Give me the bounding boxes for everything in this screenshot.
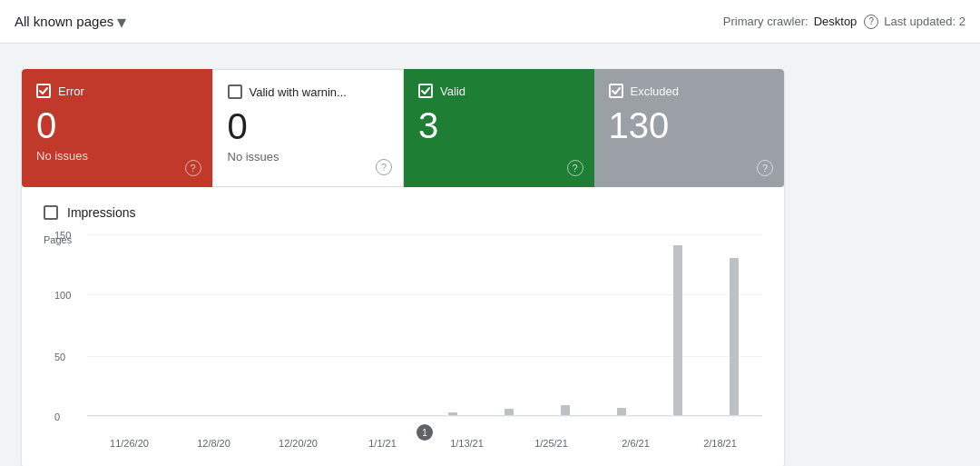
crawler-label: Primary crawler: <box>723 15 808 28</box>
valid-checkbox[interactable] <box>418 84 433 98</box>
x-axis-label: 2/18/21 <box>678 438 762 449</box>
bar-group <box>593 234 650 415</box>
grid-label: 50 <box>54 352 65 362</box>
main-content: Error 0 No issues ? Valid with warnin...… <box>0 44 980 466</box>
error-help-icon[interactable]: ? <box>185 160 201 176</box>
excluded-label: Excluded <box>631 84 679 98</box>
valid-card[interactable]: Valid 3 ? <box>404 69 594 187</box>
valid-label: Valid <box>440 84 466 98</box>
bar-group <box>537 234 593 415</box>
warning-card-header: Valid with warnin... <box>228 84 389 99</box>
bar-group <box>256 234 312 415</box>
error-card-header: Error <box>36 84 198 98</box>
x-axis-label: 12/20/20 <box>256 438 340 449</box>
valid-help-icon[interactable]: ? <box>567 160 583 176</box>
chart-area: Pages 1501005001 11/26/2012/8/2012/20/20… <box>44 234 762 452</box>
page-title: All known pages <box>15 14 113 29</box>
bar-group <box>481 234 537 415</box>
status-cards: Error 0 No issues ? Valid with warnin...… <box>22 69 784 187</box>
bar-group <box>650 234 706 415</box>
error-card[interactable]: Error 0 No issues ? <box>22 69 212 187</box>
valid-card-header: Valid <box>418 84 580 98</box>
warning-subtitle: No issues <box>228 150 389 164</box>
warning-label: Valid with warnin... <box>250 85 347 99</box>
chart-title: Impressions <box>67 205 135 220</box>
crawler-help-icon[interactable]: ? <box>864 15 878 29</box>
bar <box>730 258 739 415</box>
excluded-card-header: Excluded <box>609 84 770 98</box>
bar-group <box>312 234 368 415</box>
grid-label: 100 <box>54 290 71 301</box>
error-label: Error <box>58 84 84 98</box>
chart-section: Impressions Pages 1501005001 11/26/2012/… <box>22 187 784 466</box>
top-bar-right: Primary crawler: Desktop ? Last updated:… <box>723 15 965 29</box>
crawler-value: Desktop <box>814 15 858 28</box>
excluded-count: 130 <box>609 105 770 145</box>
x-axis-label: 1/1/21 <box>340 438 425 449</box>
bar-group <box>200 234 256 415</box>
chart-header: Impressions <box>44 205 762 220</box>
warning-card[interactable]: Valid with warnin... 0 No issues ? <box>212 69 405 187</box>
valid-count: 3 <box>418 105 580 145</box>
last-updated: Last updated: 2 <box>884 15 965 28</box>
x-axis-label: 12/8/20 <box>172 438 256 449</box>
excluded-checkbox[interactable] <box>609 84 623 98</box>
dashboard-card: Error 0 No issues ? Valid with warnin...… <box>22 69 784 466</box>
bar-group <box>368 234 425 415</box>
grid-label: 150 <box>54 230 71 241</box>
error-checkbox[interactable] <box>36 84 51 98</box>
error-subtitle: No issues <box>36 149 198 163</box>
excluded-card[interactable]: Excluded 130 ? <box>594 69 785 187</box>
bar-group <box>87 234 143 415</box>
bar-group <box>143 234 200 415</box>
x-axis-label: 2/6/21 <box>593 438 678 449</box>
bar <box>617 408 626 415</box>
chart-inner: 1501005001 <box>87 234 762 416</box>
warning-checkbox[interactable] <box>228 84 242 99</box>
top-bar-left: All known pages ▾ <box>15 11 126 33</box>
bars-container <box>87 234 762 415</box>
bar-group <box>425 234 481 415</box>
dropdown-icon[interactable]: ▾ <box>117 11 126 33</box>
x-axis-label: 1/13/21 <box>425 438 509 449</box>
x-axis-label: 11/26/20 <box>87 438 172 449</box>
bar <box>561 405 570 415</box>
impressions-checkbox[interactable] <box>44 205 58 220</box>
excluded-help-icon[interactable]: ? <box>757 160 773 176</box>
warning-help-icon[interactable]: ? <box>376 159 392 175</box>
bar <box>505 409 514 415</box>
bar <box>673 245 682 415</box>
x-axis-label: 1/25/21 <box>509 438 593 449</box>
bar <box>448 412 457 415</box>
bar-group <box>706 234 762 415</box>
error-count: 0 <box>36 105 198 145</box>
top-bar: All known pages ▾ Primary crawler: Deskt… <box>0 0 980 44</box>
chart-badge: 1 <box>416 424 433 441</box>
warning-count: 0 <box>228 106 389 146</box>
grid-line: 0 <box>87 416 762 417</box>
grid-label: 0 <box>54 411 60 422</box>
